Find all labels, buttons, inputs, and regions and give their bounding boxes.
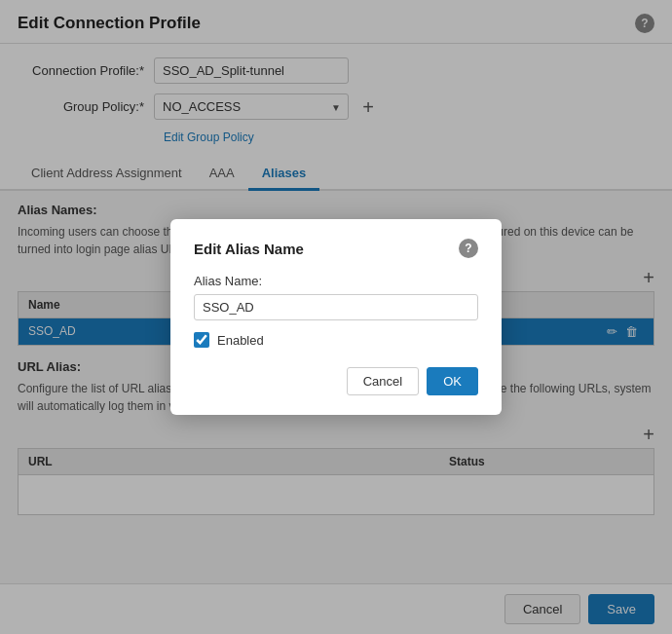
modal-title: Edit Alias Name: [194, 241, 304, 257]
modal-cancel-button[interactable]: Cancel: [347, 367, 419, 395]
modal-overlay: Edit Alias Name ? Alias Name: Enabled Ca…: [0, 0, 672, 634]
enabled-label: Enabled: [217, 333, 264, 348]
main-panel: Edit Connection Profile ? Connection Pro…: [0, 0, 672, 634]
enabled-checkbox[interactable]: [194, 332, 209, 348]
modal-ok-button[interactable]: OK: [427, 367, 478, 395]
modal-header: Edit Alias Name ?: [194, 239, 478, 258]
alias-name-input[interactable]: [194, 294, 478, 320]
edit-alias-modal: Edit Alias Name ? Alias Name: Enabled Ca…: [170, 219, 502, 415]
enabled-row: Enabled: [194, 332, 478, 348]
modal-field-label: Alias Name:: [194, 274, 478, 288]
modal-help-icon[interactable]: ?: [459, 239, 478, 258]
modal-footer: Cancel OK: [194, 367, 478, 395]
